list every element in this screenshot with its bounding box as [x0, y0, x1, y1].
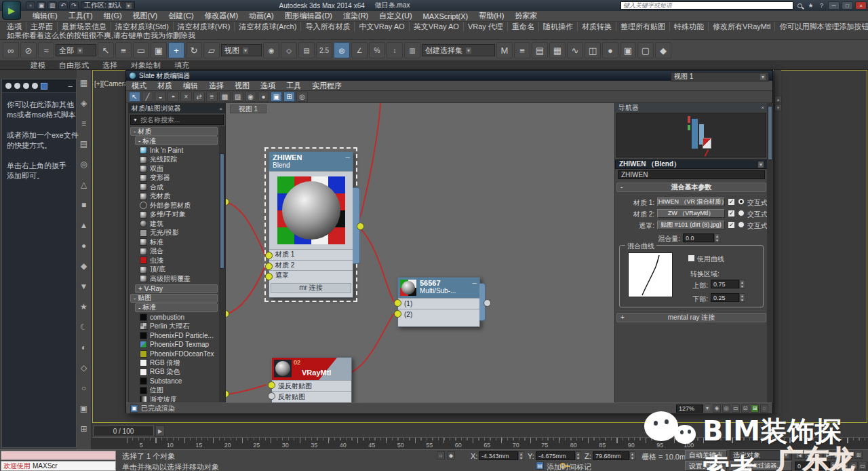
zoom-tool-icon[interactable]: ◎: [722, 404, 730, 413]
node-blend-zhiwen[interactable]: ZHIWEN Blend ─: [269, 151, 353, 298]
browser-item[interactable]: 合成: [140, 183, 219, 192]
slot-socket[interactable]: [265, 263, 273, 270]
node-rollup-mr[interactable]: mr 连接: [271, 283, 351, 293]
side-toolbar-icon[interactable]: ●: [78, 236, 90, 256]
zoom-view-icon[interactable]: ◎: [850, 461, 858, 470]
upper-transition-spinner[interactable]: ▲▼: [739, 280, 745, 288]
key-filters-button[interactable]: 关键点过滤器...: [730, 461, 792, 471]
bind-to-spacewarp-icon[interactable]: ≈: [38, 42, 54, 58]
track-next-icon[interactable]: ▶: [155, 426, 165, 436]
select-and-manipulate-icon[interactable]: ◇: [281, 42, 297, 58]
workspace-dropdown[interactable]: 工作区: 默认▾: [81, 1, 135, 10]
floater-minimize-icon[interactable]: ─: [68, 83, 73, 90]
browser-item[interactable]: PhoenixFD Texmap: [140, 340, 219, 350]
rollout-blend-basic[interactable]: -混合基本参数: [616, 183, 766, 192]
side-toolbar-icon[interactable]: ▼: [78, 276, 90, 297]
script-button[interactable]: 导入所有材质: [301, 22, 355, 32]
node-slot[interactable]: 漫反射贴图: [272, 380, 351, 391]
browser-item[interactable]: PhoenixFDOceanTex: [140, 350, 219, 359]
slate-menu-item[interactable]: 工具: [281, 81, 307, 91]
browser-item[interactable]: combustion: [140, 313, 219, 322]
browser-item[interactable]: 变形器: [140, 174, 219, 183]
zoom-region-icon[interactable]: ▭: [732, 404, 740, 413]
unlink-selection-icon[interactable]: ⊘: [20, 42, 37, 58]
select-by-name-icon[interactable]: ≡: [115, 42, 132, 58]
slate-menu-item[interactable]: 选项: [255, 81, 281, 91]
browser-item[interactable]: 高级照明覆盖: [140, 274, 219, 284]
select-and-move-icon[interactable]: +: [168, 42, 184, 58]
scroll-up-icon[interactable]: ▲: [774, 96, 782, 103]
use-curve-checkbox[interactable]: [688, 255, 695, 262]
material-map-browser-toggle-icon[interactable]: ▩: [219, 92, 231, 102]
isolate-selection-icon[interactable]: ○: [437, 451, 445, 459]
close-icon[interactable]: ×: [761, 105, 764, 111]
help-search-input[interactable]: 键入关键字或短语: [620, 1, 793, 10]
script-button[interactable]: 随机操作: [539, 22, 578, 32]
view-zoom-value[interactable]: 127%: [676, 404, 703, 413]
play-icon[interactable]: ▶: [814, 451, 823, 459]
material-editor-icon[interactable]: ●: [602, 42, 618, 58]
mask-button[interactable]: 贴图 #101 (dirt (8).jpg): [657, 221, 725, 229]
output-socket[interactable]: [357, 223, 364, 230]
side-toolbar-icon[interactable]: ≡: [78, 113, 90, 134]
slot-socket[interactable]: [394, 310, 401, 318]
timeline-ruler[interactable]: 5101520253035404550556065707580859095100: [92, 437, 868, 449]
slate-material-editor-window[interactable]: Slate 材质编辑器 ─ □ × 模式材质编辑选择视图选项工具实用程序 ↖╱◒…: [125, 70, 773, 413]
show-shaded-material-icon[interactable]: ●: [258, 92, 269, 102]
select-tool-icon[interactable]: ↖: [129, 92, 140, 102]
material-name-field[interactable]: ZHIWEN: [618, 170, 765, 179]
schematic-view-icon[interactable]: ◫: [585, 42, 601, 58]
go-to-start-icon[interactable]: |◀: [795, 451, 804, 459]
material1-interactive-radio[interactable]: [738, 198, 745, 205]
browser-item[interactable]: 顶/底: [140, 265, 219, 275]
selection-lock-icon[interactable]: ◆: [447, 451, 455, 459]
pan-view-icon[interactable]: ◈: [841, 461, 849, 470]
slate-menu-item[interactable]: 实用程序: [307, 81, 347, 91]
rendered-frame-icon[interactable]: ▢: [637, 42, 654, 58]
menu-item[interactable]: 图形编辑器(D): [279, 11, 338, 21]
slate-menu-item[interactable]: 材质: [152, 81, 178, 91]
ribbon-tab[interactable]: 自由形式: [59, 60, 89, 71]
rollout-mental-ray[interactable]: +mental ray 连接: [616, 313, 766, 322]
side-toolbar-icon[interactable]: ○: [78, 378, 90, 398]
browser-item[interactable]: 混合: [140, 247, 219, 257]
menu-item[interactable]: 编辑(E): [27, 11, 63, 21]
browser-item[interactable]: PhoenixFD Particle...: [140, 331, 219, 341]
zoom-extents-icon[interactable]: ⊡: [741, 404, 749, 413]
snap-25-label[interactable]: 2.5: [316, 42, 332, 58]
browser-group-materials[interactable]: -材质: [130, 127, 218, 136]
side-toolbar-icon[interactable]: ▤: [78, 134, 90, 154]
side-toolbar-icon[interactable]: ◆: [78, 256, 90, 276]
menu-item[interactable]: 组(G): [98, 11, 127, 21]
minimize-button[interactable]: ─: [828, 1, 840, 10]
material-params-header[interactable]: ZHIWEN （Blend）▾: [615, 159, 768, 169]
material2-interactive-radio[interactable]: [738, 210, 745, 216]
script-button[interactable]: 特殊功能: [670, 22, 709, 32]
material2-enable-checkbox[interactable]: ✓: [728, 210, 735, 217]
undo-icon[interactable]: ↶: [58, 1, 68, 10]
redo-icon[interactable]: ↷: [69, 1, 79, 10]
browser-item[interactable]: RGB 倍增: [140, 358, 219, 368]
z-coordinate-field[interactable]: 79.68mm: [593, 451, 629, 460]
new-scene-icon[interactable]: ▫: [26, 1, 35, 10]
y-coordinate-field[interactable]: -4.675mm: [536, 451, 575, 460]
time-tag-icon[interactable]: ▤: [536, 461, 544, 470]
rect-selection-region-icon[interactable]: ▭: [133, 42, 149, 58]
spinner-snap-icon[interactable]: ↕: [387, 42, 403, 58]
reference-coordinate-dropdown[interactable]: 视图▾: [221, 44, 262, 56]
select-and-rotate-icon[interactable]: ↻: [186, 42, 202, 58]
zoom-selected-icon[interactable]: ⊞: [751, 404, 759, 413]
help-icon[interactable]: ?: [817, 1, 826, 10]
expand-toolbar-icon[interactable]: ⊞: [854, 451, 863, 459]
slot-socket[interactable]: [265, 252, 273, 259]
menu-item[interactable]: 帮助(H): [473, 11, 509, 21]
render-setup-icon[interactable]: ▣: [620, 42, 636, 58]
browser-item[interactable]: 外部参照材质: [140, 201, 219, 210]
x-spinner[interactable]: ▲▼: [518, 451, 524, 460]
close-icon[interactable]: ×: [219, 106, 222, 112]
floater-dot-icon[interactable]: [5, 83, 12, 89]
maxscript-mini-listener[interactable]: [1, 451, 116, 460]
pick-material-from-object-icon[interactable]: ╱: [142, 92, 153, 102]
browser-item[interactable]: Ink 'n Paint: [140, 146, 219, 155]
keyboard-override-icon[interactable]: ▤: [298, 42, 315, 58]
